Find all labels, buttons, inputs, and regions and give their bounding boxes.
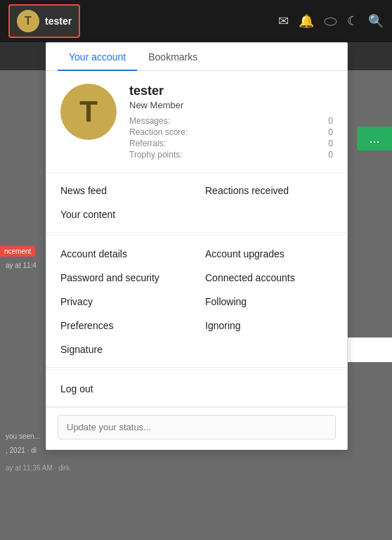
menu-item-account-upgrades[interactable]: Account upgrades xyxy=(197,242,341,266)
user-role: New Member xyxy=(129,100,333,110)
status-section xyxy=(46,407,347,449)
stat-value-trophy: 0 xyxy=(265,150,333,160)
account-dropdown: Your account Bookmarks T tester New Memb… xyxy=(46,42,348,450)
background-text-bottom: you seen... xyxy=(0,431,46,442)
menu-grid-2: Account details Account upgrades Passwor… xyxy=(46,242,347,338)
toggle-icon[interactable]: ⬭ xyxy=(324,12,337,30)
stat-label-messages: Messages: xyxy=(129,116,251,126)
menu-item-news-feed[interactable]: News feed xyxy=(52,179,197,202)
menu-grid-1: News feed Reactions received xyxy=(46,179,347,202)
background-text-bottom2: , 2021 · di xyxy=(0,445,42,456)
stat-label-referrals: Referrals: xyxy=(129,139,251,148)
background-text-small: ay at 11:4 xyxy=(0,260,42,271)
menu-section-2: Account details Account upgrades Passwor… xyxy=(46,236,347,368)
bell-icon[interactable]: 🔔 xyxy=(299,13,314,29)
stat-label-reaction: Reaction score: xyxy=(129,127,251,137)
background-red-label: ncement xyxy=(0,246,35,257)
background-green-button: ... xyxy=(357,127,392,150)
menu-item-preferences[interactable]: Preferences xyxy=(52,314,197,338)
menu-item-signature[interactable]: Signature xyxy=(46,338,347,361)
navbar-avatar: T xyxy=(17,10,39,32)
menu-item-account-details[interactable]: Account details xyxy=(52,242,197,266)
tab-your-account[interactable]: Your account xyxy=(58,43,137,71)
menu-item-reactions-received[interactable]: Reactions received xyxy=(197,179,341,202)
menu-item-ignoring[interactable]: Ignoring xyxy=(197,314,341,338)
mail-icon[interactable]: ✉ xyxy=(278,13,289,29)
background-text-bottom3: ay at 11:36 AM · dirk xyxy=(0,463,75,473)
divider-1 xyxy=(46,234,347,235)
stat-value-reaction: 0 xyxy=(265,127,333,137)
navbar-username: tester xyxy=(45,15,72,27)
stat-label-trophy: Trophy points: xyxy=(129,150,251,160)
menu-item-your-content[interactable]: Your content xyxy=(46,202,347,226)
menu-section-1: News feed Reactions received Your conten… xyxy=(46,173,347,233)
stat-value-messages: 0 xyxy=(265,116,333,126)
navbar-icons: ✉ 🔔 ⬭ ☾ 🔍 xyxy=(278,12,384,30)
menu-item-following[interactable]: Following xyxy=(197,290,341,314)
status-input[interactable] xyxy=(58,415,336,439)
menu-item-privacy[interactable]: Privacy xyxy=(52,290,197,314)
search-icon[interactable]: 🔍 xyxy=(368,13,384,29)
user-info-section: T tester New Member Messages: 0 Reaction… xyxy=(46,71,347,173)
user-name: tester xyxy=(129,84,333,98)
moon-icon[interactable]: ☾ xyxy=(347,13,358,29)
tab-bookmarks[interactable]: Bookmarks xyxy=(137,43,209,71)
user-stats: Messages: 0 Reaction score: 0 Referrals:… xyxy=(129,116,333,160)
navbar-user-button[interactable]: T tester xyxy=(8,4,80,38)
dropdown-tabs: Your account Bookmarks xyxy=(46,43,347,71)
menu-item-password-security[interactable]: Password and security xyxy=(52,266,197,290)
stat-value-referrals: 0 xyxy=(265,139,333,148)
navbar: T tester ✉ 🔔 ⬭ ☾ 🔍 xyxy=(0,0,392,42)
user-avatar: T xyxy=(60,84,117,140)
menu-item-connected-accounts[interactable]: Connected accounts xyxy=(197,266,341,290)
menu-item-logout[interactable]: Log out xyxy=(46,377,347,401)
divider-2 xyxy=(46,369,347,370)
user-details: tester New Member Messages: 0 Reaction s… xyxy=(129,84,333,160)
menu-section-logout: Log out xyxy=(46,371,347,407)
